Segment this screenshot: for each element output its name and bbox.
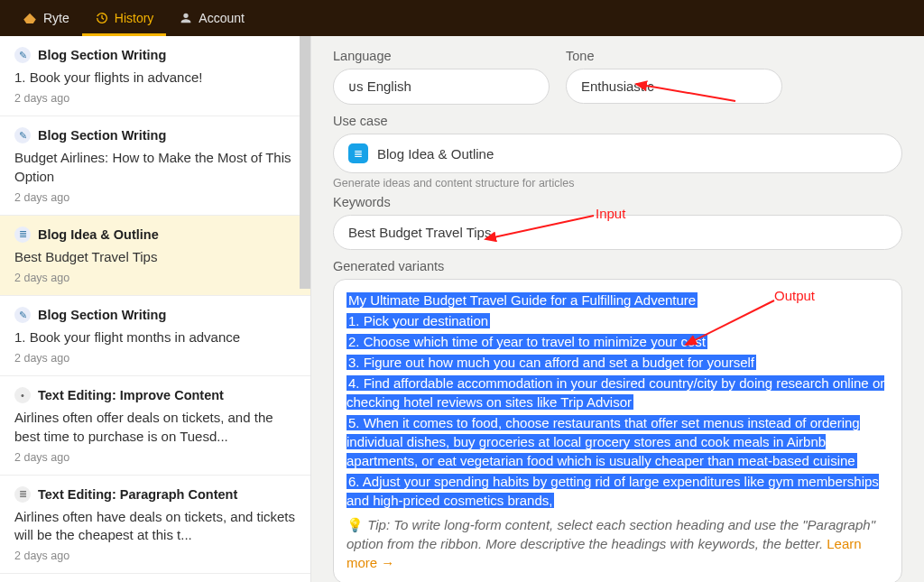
history-item-time: 2 days ago bbox=[14, 92, 296, 105]
nav-history[interactable]: History bbox=[82, 0, 167, 36]
history-item[interactable]: ✎Blog Section WritingBudget Airlines: Ho… bbox=[0, 116, 310, 216]
generated-variants[interactable]: My Ultimate Budget Travel Guide for a Fu… bbox=[333, 279, 902, 582]
output-line[interactable]: 1. Pick your destination bbox=[346, 313, 490, 328]
brand-icon bbox=[22, 10, 38, 26]
history-item-time: 2 days ago bbox=[14, 272, 296, 284]
tip-body: Tip: To write long-form content, select … bbox=[346, 517, 875, 551]
tone-value: Enthusiastic bbox=[581, 79, 654, 94]
nav-history-label: History bbox=[115, 11, 154, 25]
tone-label: Tone bbox=[566, 49, 782, 63]
history-item[interactable]: •Text Editing: Improve ContentAirlines o… bbox=[0, 376, 310, 476]
nav-brand-label: Ryte bbox=[43, 11, 69, 25]
variants-label: Generated variants bbox=[333, 259, 902, 273]
lightbulb-icon: 💡 bbox=[346, 517, 364, 532]
language-label: Language bbox=[333, 49, 550, 63]
history-item-time: 2 days ago bbox=[14, 451, 296, 464]
history-sidebar: ✎Blog Section Writing1. Book your flight… bbox=[0, 36, 311, 582]
keywords-input[interactable]: Best Budget Travel Tips bbox=[333, 215, 902, 250]
language-select[interactable]: ᴜs English bbox=[333, 69, 550, 105]
nav-account[interactable]: Account bbox=[166, 0, 257, 36]
history-type-icon: ≣ bbox=[14, 486, 31, 503]
history-item[interactable]: ≣Blog Idea & OutlineBest Budget Travel T… bbox=[0, 216, 310, 296]
history-type-icon: ✎ bbox=[14, 127, 31, 143]
output-line[interactable]: My Ultimate Budget Travel Guide for a Fu… bbox=[346, 292, 698, 308]
history-item-preview: Airlines often have deals on tickets, an… bbox=[14, 508, 296, 545]
sidebar-scrollbar[interactable] bbox=[300, 36, 310, 289]
nav-brand[interactable]: Ryte bbox=[9, 0, 82, 36]
output-line[interactable]: 4. Find affordable accommodation in your… bbox=[346, 375, 884, 410]
history-type-icon: • bbox=[14, 387, 31, 403]
main-panel: Language ᴜs English Tone Enthusiastic Us… bbox=[311, 36, 924, 582]
history-item-title: Text Editing: Paragraph Content bbox=[38, 487, 237, 502]
usecase-help: Generate ideas and content structure for… bbox=[333, 177, 902, 189]
history-item-time: 2 days ago bbox=[14, 352, 296, 365]
history-type-icon: ✎ bbox=[14, 307, 31, 323]
history-item[interactable]: ≣Text Editing: Paragraph ContentAirlines… bbox=[0, 476, 310, 575]
history-item-title: Blog Section Writing bbox=[38, 308, 166, 322]
account-icon bbox=[179, 11, 193, 25]
history-type-icon: ≣ bbox=[14, 226, 31, 243]
nav-account-label: Account bbox=[199, 11, 245, 25]
keywords-label: Keywords bbox=[333, 195, 902, 209]
output-line[interactable]: 2. Choose which time of year to travel t… bbox=[346, 334, 707, 349]
history-item-preview: 1. Book your flight months in advance bbox=[14, 328, 296, 346]
document-icon: ≣ bbox=[348, 143, 368, 163]
top-nav: Ryte History Account bbox=[0, 0, 924, 36]
output-line[interactable]: 3. Figure out how much you can afford an… bbox=[346, 355, 756, 370]
output-line[interactable]: 5. When it comes to food, choose restaur… bbox=[346, 415, 860, 468]
history-icon bbox=[95, 11, 109, 25]
usecase-value: Blog Idea & Outline bbox=[377, 146, 494, 162]
history-item[interactable]: ✎Blog Section Writing1. Book your flight… bbox=[0, 36, 310, 116]
history-item-preview: Best Budget Travel Tips bbox=[14, 248, 296, 266]
history-item-title: Blog Section Writing bbox=[38, 48, 166, 62]
usecase-select[interactable]: ≣ Blog Idea & Outline bbox=[333, 134, 902, 173]
tone-select[interactable]: Enthusiastic bbox=[566, 69, 782, 104]
history-item-time: 2 days ago bbox=[14, 550, 296, 562]
output-line[interactable]: 6. Adjust your spending habits by gettin… bbox=[346, 474, 879, 508]
language-value: ᴜs English bbox=[348, 79, 411, 94]
history-item[interactable]: ✎Blog Section Writing1. Book your flight… bbox=[0, 296, 310, 376]
history-item-title: Text Editing: Improve Content bbox=[38, 388, 224, 402]
usecase-label: Use case bbox=[333, 114, 902, 128]
history-item-preview: 1. Book your flights in advance! bbox=[14, 69, 296, 87]
history-item-title: Blog Idea & Outline bbox=[38, 227, 159, 242]
history-type-icon: ✎ bbox=[14, 47, 31, 63]
history-item-title: Blog Section Writing bbox=[38, 128, 166, 143]
history-item-preview: Budget Airlines: How to Make the Most of… bbox=[14, 149, 296, 186]
tip-text: 💡 Tip: To write long-form content, selec… bbox=[346, 515, 889, 572]
history-item-preview: Airlines often offer deals on tickets, a… bbox=[14, 409, 296, 446]
history-item-time: 2 days ago bbox=[14, 191, 296, 204]
keywords-value: Best Budget Travel Tips bbox=[348, 225, 491, 240]
